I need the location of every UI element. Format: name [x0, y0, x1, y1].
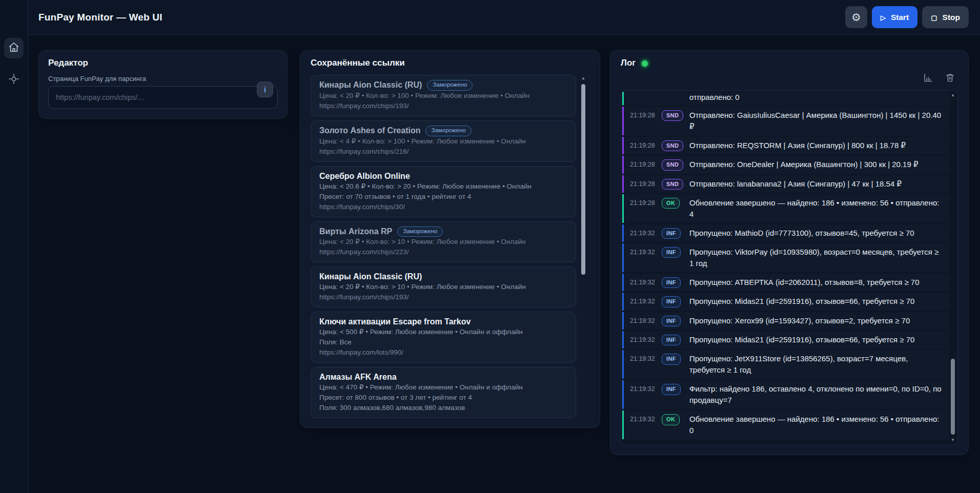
log-message: Отправлено: GaiusIuliusCaesar | Америка …	[689, 110, 944, 132]
scrollbar-thumb[interactable]	[581, 84, 585, 275]
log-panel: Лог	[610, 50, 969, 455]
saved-link-card[interactable]: Серебро Albion Online Цена: < 20.6 ₽ • К…	[311, 166, 576, 217]
saved-link-url: https://funpay.com/chips/216/	[319, 147, 567, 157]
stop-button[interactable]: ▢ Stop	[922, 6, 969, 28]
settings-button[interactable]: ⚙	[845, 6, 867, 28]
saved-link-card[interactable]: Ключи активации Escape from Tarkov Цена:…	[311, 312, 576, 363]
log-entries: отправлено: 0 21:19:28 SND Отправлено: G…	[622, 92, 949, 441]
saved-link-title: Золото Ashes of Creation	[319, 126, 420, 136]
log-title: Лог	[621, 58, 636, 68]
saved-link-meta: Пресет: от 800 отзывов • от 3 лет • рейт…	[319, 393, 567, 403]
parse-url-input[interactable]	[48, 86, 278, 109]
log-timestamp: 21:19:32	[630, 228, 658, 239]
frozen-badge: Заморожено	[427, 80, 473, 91]
log-message: Обновление завершено — найдено: 186 • из…	[689, 414, 944, 436]
log-entry: 21:19:32 INF Фильтр: найдено 186, оставл…	[622, 380, 949, 409]
log-message: Пропущено: Midas21 (id=2591916), отзывов…	[689, 296, 944, 307]
log-timestamp: 21:19:32	[630, 353, 658, 364]
log-level-badge: SND	[662, 179, 683, 190]
log-entry: 21:19:32 INF Пропущено: Midas21 (id=2591…	[622, 331, 949, 348]
log-timestamp: 21:19:32	[630, 383, 658, 395]
header: FunPay Monitor — Web UI ⚙ ▷ Start ▢ Stop	[28, 0, 980, 35]
log-message: Пропущено: АТВЕРТКА (id=2062011), отзыво…	[689, 277, 944, 288]
saved-link-title: Вирты Arizona RP	[319, 227, 392, 237]
sidebar	[0, 0, 28, 493]
log-message: Пропущено: JetX911Store (id=13856265), в…	[689, 353, 944, 376]
log-level-badge: INF	[662, 247, 681, 258]
log-timestamp: 21:19:32	[630, 246, 658, 258]
saved-link-card[interactable]: Вирты Arizona RP Заморожено Цена: < 20 ₽…	[311, 221, 576, 263]
log-entry: 21:19:32 INF Пропущено: Midas21 (id=2591…	[622, 293, 949, 310]
saved-link-card[interactable]: Золото Ashes of Creation Заморожено Цена…	[311, 120, 576, 162]
app-root: FunPay Monitor — Web UI ⚙ ▷ Start ▢ Stop…	[0, 0, 980, 493]
content-area: Редактор Страница FunPay для парсинга i …	[28, 35, 980, 493]
log-level-badge: INF	[662, 335, 681, 345]
stop-icon: ▢	[931, 14, 937, 21]
saved-link-url: https://funpay.com/chips/30/	[319, 202, 567, 212]
log-level-badge: INF	[662, 277, 681, 288]
log-message: Отправлено: lanabanana2 | Азия (Сингапур…	[689, 178, 944, 190]
log-scrollbar[interactable]: ▲ ▼	[950, 93, 956, 443]
log-entry: 21:19:32 INF Пропущено: ViktorPay (id=10…	[622, 243, 949, 272]
log-clear-button[interactable]	[944, 72, 956, 85]
log-message: Фильтр: найдено 186, оставлено 4, отклон…	[689, 383, 944, 406]
log-timestamp: 21:19:32	[630, 277, 658, 288]
log-level-badge: SND	[662, 110, 683, 121]
start-button[interactable]: ▷ Start	[872, 6, 917, 28]
saved-link-title: Серебро Albion Online	[319, 171, 410, 181]
log-stats-button[interactable]	[922, 72, 934, 85]
saved-link-meta: Цена: < 20 ₽ • Кол-во: > 100 • Режим: Лю…	[319, 91, 567, 101]
sidebar-item-target[interactable]	[4, 70, 24, 90]
saved-links-list: Кинары Aion Classic (RU) Заморожено Цена…	[311, 75, 589, 424]
log-timestamp: 21:19:28	[630, 140, 658, 151]
log-message: Отправлено: OneDealer | Америка (Вашингт…	[689, 159, 944, 170]
log-entry: 21:19:32 INF Пропущено: JetX911Store (id…	[622, 350, 949, 379]
saved-link-meta: Цена: < 470 ₽ • Режим: Любое изменение •…	[319, 382, 567, 393]
scrollbar-thumb[interactable]	[951, 359, 955, 435]
editor-panel: Редактор Страница FunPay для парсинга i	[38, 50, 288, 119]
scroll-up-arrow[interactable]: ▲	[950, 93, 956, 98]
log-timestamp: 21:19:32	[630, 414, 658, 425]
scroll-down-arrow[interactable]: ▼	[950, 438, 956, 443]
saved-link-meta: Цена: < 500 ₽ • Режим: Любое изменение •…	[319, 327, 567, 337]
bar-chart-icon	[923, 76, 933, 84]
saved-links-cards: Кинары Aion Classic (RU) Заморожено Цена…	[311, 75, 576, 418]
log-level-badge: INF	[662, 228, 681, 239]
log-timestamp: 21:19:28	[630, 159, 658, 170]
log-timestamp: 21:19:28	[630, 197, 658, 209]
saved-link-url: https://funpay.com/chips/193/	[319, 101, 567, 111]
gear-icon: ⚙	[851, 11, 861, 24]
log-timestamp: 21:19:32	[630, 296, 658, 307]
saved-link-card[interactable]: Алмазы AFK Arena Цена: < 470 ₽ • Режим: …	[311, 367, 576, 418]
header-actions: ⚙ ▷ Start ▢ Stop	[845, 6, 969, 28]
log-list: отправлено: 0 21:19:28 SND Отправлено: G…	[621, 90, 958, 445]
saved-links-scrollbar[interactable]: ▲	[580, 76, 586, 421]
saved-link-meta: Цена: < 4 ₽ • Кол-во: > 100 • Режим: Люб…	[319, 136, 567, 147]
log-message: Обновление завершено — найдено: 186 • из…	[689, 197, 944, 220]
log-message: Пропущено: Midas21 (id=2591916), отзывов…	[689, 334, 944, 345]
log-timestamp: 21:19:32	[630, 334, 658, 345]
play-icon: ▷	[881, 14, 886, 21]
saved-link-url: https://funpay.com/lots/990/	[319, 347, 567, 358]
log-entry: 21:19:28 SND Отправлено: OneDealer | Аме…	[622, 156, 949, 173]
log-toolbar	[621, 72, 956, 85]
saved-link-card[interactable]: Кинары Aion Classic (RU) Цена: < 20 ₽ • …	[311, 266, 576, 307]
log-header: Лог	[621, 58, 958, 68]
scroll-up-arrow[interactable]: ▲	[580, 76, 586, 81]
log-entry: отправлено: 0	[622, 92, 949, 105]
log-entry: 21:19:28 OK Обновление завершено — найде…	[622, 194, 949, 223]
parse-url-input-row: i	[48, 86, 278, 109]
saved-link-card[interactable]: Кинары Aion Classic (RU) Заморожено Цена…	[311, 75, 576, 116]
saved-link-meta: Цена: < 20 ₽ • Кол-во: > 10 • Режим: Люб…	[319, 237, 567, 247]
crosshair-icon	[8, 73, 19, 87]
log-message: отправлено: 0	[689, 92, 944, 103]
log-message: Пропущено: MathioD (id=7773100), отзывов…	[689, 228, 944, 239]
info-button[interactable]: i	[257, 81, 273, 97]
sidebar-item-home[interactable]	[4, 38, 24, 58]
page-title: FunPay Monitor — Web UI	[38, 12, 162, 23]
log-message: Пропущено: ViktorPay (id=10935980), возр…	[689, 246, 944, 269]
main-column: FunPay Monitor — Web UI ⚙ ▷ Start ▢ Stop…	[28, 0, 980, 493]
stop-button-label: Stop	[943, 13, 960, 22]
saved-link-meta: Поля: Все	[319, 337, 567, 347]
saved-links-title: Сохранённые ссылки	[311, 58, 589, 68]
